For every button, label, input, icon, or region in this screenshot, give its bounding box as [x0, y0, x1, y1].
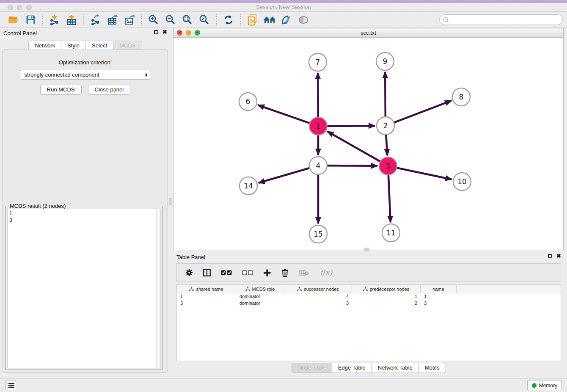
horizontal-splitter-handle[interactable] [364, 248, 369, 251]
graph-node-9[interactable]: 9 [376, 52, 394, 70]
save-session-icon[interactable] [24, 14, 37, 26]
search-input[interactable] [449, 16, 562, 24]
table-cell[interactable]: dominator [236, 300, 284, 307]
table-cell[interactable]: dominator [236, 293, 284, 300]
vertical-splitter-handle[interactable] [169, 198, 172, 205]
settings-gear-icon[interactable] [185, 268, 193, 278]
table-row[interactable]: 1dominator411 [177, 293, 561, 300]
column-header-predecessor-nodes[interactable]: predecessor nodes [352, 285, 421, 293]
svg-text:11: 11 [386, 229, 396, 237]
zoom-selected-icon[interactable] [198, 14, 211, 26]
svg-text:8: 8 [459, 93, 464, 101]
float-panel-icon[interactable] [154, 30, 158, 34]
tab-network-table[interactable]: Network Table [372, 363, 419, 373]
search-icon [443, 17, 449, 23]
search-box[interactable] [439, 14, 563, 25]
graph-edge-1-2[interactable] [326, 126, 375, 126]
run-mcds-button[interactable]: Run MCDS [40, 85, 82, 95]
toolbar-separator [42, 14, 43, 25]
column-type-icon [297, 287, 302, 292]
toolbar-separator [141, 14, 142, 25]
table-header-row: shared nameMCDS rolesuccessor nodesprede… [177, 285, 561, 293]
graph-node-6[interactable]: 6 [239, 93, 257, 110]
svg-text:15: 15 [314, 230, 323, 238]
close-panel-button[interactable]: Close panel [88, 85, 131, 95]
network-window-titlebar[interactable]: ✕ − + scc.txt [173, 28, 563, 38]
open-file-icon[interactable] [7, 14, 20, 26]
tab-node-table[interactable]: Node Table [292, 363, 332, 373]
toggle-styles-icon[interactable] [280, 14, 293, 26]
select-all-icon[interactable] [221, 268, 232, 278]
tab-motifs[interactable]: Motifs [419, 363, 446, 373]
delete-column-icon[interactable] [281, 268, 289, 278]
deselect-all-icon[interactable] [242, 268, 253, 278]
graph-node-2[interactable]: 2 [377, 117, 394, 135]
graph-node-1[interactable]: 1 [309, 117, 327, 135]
float-table-panel-icon[interactable] [548, 254, 552, 258]
svg-text:7: 7 [316, 58, 320, 66]
show-hide-eye-icon[interactable] [297, 14, 310, 26]
import-network-icon[interactable] [48, 14, 61, 26]
optimization-criterion-label: Optimization criterion: [3, 59, 168, 66]
memory-button[interactable]: Memory [527, 381, 562, 390]
home-icon[interactable] [263, 14, 276, 26]
graph-node-10[interactable]: 10 [453, 173, 471, 190]
graph-edge-2-3[interactable] [386, 134, 387, 155]
graph-edge-1-7[interactable] [318, 73, 318, 118]
import-table-icon[interactable] [65, 14, 78, 26]
column-header-MCDS-role[interactable]: MCDS role [236, 285, 284, 293]
graph-node-7[interactable]: 7 [309, 53, 327, 71]
table-cell[interactable]: 1 [421, 293, 457, 300]
zoom-in-icon[interactable] [147, 14, 160, 26]
task-history-button[interactable] [6, 381, 16, 390]
result-scrollbar[interactable] [156, 209, 160, 368]
refresh-layout-icon[interactable] [222, 14, 235, 26]
table-cell[interactable]: 1 [177, 293, 236, 300]
memory-status-icon [532, 383, 537, 388]
export-table-icon[interactable] [106, 14, 119, 26]
close-table-panel-icon[interactable]: ✖ [556, 254, 561, 258]
app-titlebar: Session: New Session [0, 0, 567, 12]
mcds-result-textarea[interactable]: 13 [7, 209, 161, 368]
chevron-up-down-icon: ▲▼ [145, 73, 148, 77]
graph-node-14[interactable]: 14 [239, 177, 257, 195]
graph-edge-2-9[interactable] [385, 72, 385, 118]
table-cell[interactable]: 3 [421, 300, 457, 307]
column-header-shared-name[interactable]: shared name [177, 285, 236, 293]
graph-edge-3-11[interactable] [388, 174, 391, 222]
graph-node-4[interactable]: 4 [309, 157, 327, 174]
export-image-icon[interactable] [123, 14, 136, 26]
export-network-icon[interactable] [89, 14, 102, 26]
graph-edge-3-1[interactable] [328, 131, 381, 162]
network-graph[interactable]: 1234678910111415 [173, 38, 563, 250]
table-cell[interactable]: 1 [352, 293, 421, 300]
result-line: 1 [9, 210, 159, 217]
graph-edge-3-10[interactable] [396, 168, 452, 179]
column-type-icon [245, 287, 250, 292]
network-from-selection-icon[interactable] [246, 14, 259, 26]
column-header-successor-nodes[interactable]: successor nodes [284, 285, 352, 293]
graph-node-3[interactable]: 3 [379, 157, 397, 175]
zoom-fit-icon[interactable] [181, 14, 194, 26]
graph-node-8[interactable]: 8 [452, 88, 470, 106]
table-cell[interactable]: 2 [352, 300, 421, 307]
table-row[interactable]: 3dominator323 [177, 300, 561, 307]
network-canvas[interactable]: 1234678910111415 [173, 38, 563, 250]
add-column-icon[interactable] [263, 268, 271, 278]
table-cell[interactable]: 3 [177, 300, 236, 307]
table-cell[interactable]: 3 [284, 300, 352, 307]
zoom-out-icon[interactable] [164, 14, 177, 26]
column-header-name[interactable]: name [421, 285, 457, 293]
graph-edge-4-14[interactable] [259, 168, 311, 183]
graph-edge-4-3[interactable] [326, 166, 377, 166]
graph-node-11[interactable]: 11 [382, 224, 400, 242]
window-title: Session: New Session [0, 4, 567, 10]
table-cell[interactable]: 4 [284, 293, 352, 300]
graph-edge-2-8[interactable] [393, 101, 451, 123]
graph-node-15[interactable]: 15 [309, 225, 327, 243]
graph-edge-1-6[interactable] [258, 105, 311, 124]
tab-edge-table[interactable]: Edge Table [332, 363, 372, 373]
column-layout-icon[interactable] [203, 268, 211, 278]
close-panel-icon[interactable]: ✖ [162, 30, 167, 34]
criterion-dropdown[interactable]: strongly connected component ▲▼ [20, 70, 151, 80]
